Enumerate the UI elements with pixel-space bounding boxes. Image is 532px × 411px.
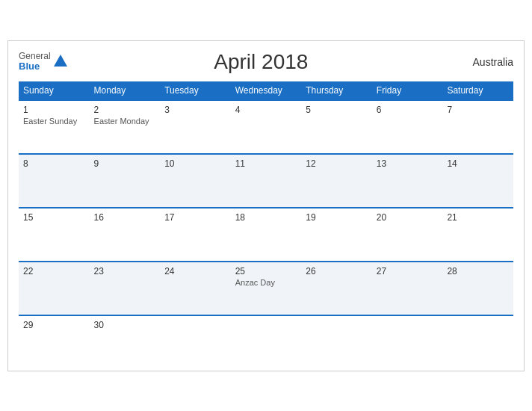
calendar-day-cell [372, 315, 443, 360]
day-number: 14 [447, 158, 509, 169]
calendar-container: General Blue April 2018 Australia Sunday… [7, 40, 525, 371]
calendar-day-cell: 5 [301, 100, 372, 154]
calendar-day-cell: 8 [19, 154, 90, 208]
svg-marker-0 [54, 55, 67, 67]
calendar-day-cell: 20 [372, 208, 443, 262]
day-number: 13 [377, 158, 439, 169]
calendar-week-row: 15161718192021 [19, 208, 513, 262]
calendar-day-cell: 13 [372, 154, 443, 208]
calendar-day-cell: 10 [160, 154, 231, 208]
calendar-table: Sunday Monday Tuesday Wednesday Thursday… [19, 81, 513, 360]
calendar-day-cell [301, 315, 372, 360]
logo-icon [52, 53, 69, 69]
day-number: 21 [447, 212, 509, 223]
calendar-week-row: 2930 [19, 315, 513, 360]
day-number: 18 [235, 212, 297, 223]
weekday-header-row: Sunday Monday Tuesday Wednesday Thursday… [19, 81, 513, 100]
holiday-label: Easter Sunday [23, 117, 85, 126]
calendar-day-cell: 25Anzac Day [231, 262, 302, 315]
day-number: 30 [94, 320, 156, 330]
calendar-day-cell: 15 [19, 208, 90, 262]
calendar-day-cell: 6 [372, 100, 443, 154]
col-friday: Friday [372, 81, 443, 100]
logo-general-text: General [19, 52, 51, 61]
logo: General Blue [19, 52, 69, 72]
calendar-country: Australia [454, 56, 513, 68]
day-number: 4 [235, 105, 297, 115]
day-number: 23 [94, 266, 156, 276]
calendar-week-row: 22232425Anzac Day262728 [19, 262, 513, 315]
day-number: 22 [23, 266, 85, 276]
day-number: 29 [23, 320, 85, 330]
holiday-label: Anzac Day [235, 278, 297, 287]
calendar-day-cell: 21 [442, 208, 513, 262]
day-number: 10 [164, 158, 226, 169]
calendar-day-cell [442, 315, 513, 360]
calendar-day-cell: 24 [160, 262, 231, 315]
calendar-day-cell: 30 [90, 315, 161, 360]
calendar-day-cell: 1Easter Sunday [19, 100, 90, 154]
day-number: 1 [23, 105, 85, 115]
day-number: 6 [377, 105, 439, 115]
col-sunday: Sunday [19, 81, 90, 100]
day-number: 19 [306, 212, 368, 223]
day-number: 8 [23, 158, 85, 169]
calendar-day-cell: 28 [442, 262, 513, 315]
day-number: 3 [164, 105, 226, 115]
day-number: 16 [94, 212, 156, 223]
day-number: 20 [377, 212, 439, 223]
logo-blue-text: Blue [19, 61, 51, 72]
calendar-day-cell: 12 [301, 154, 372, 208]
calendar-day-cell: 7 [442, 100, 513, 154]
calendar-day-cell: 19 [301, 208, 372, 262]
calendar-day-cell: 16 [90, 208, 161, 262]
calendar-day-cell: 3 [160, 100, 231, 154]
calendar-day-cell: 9 [90, 154, 161, 208]
calendar-day-cell: 22 [19, 262, 90, 315]
day-number: 28 [447, 266, 509, 276]
calendar-day-cell: 23 [90, 262, 161, 315]
day-number: 17 [164, 212, 226, 223]
calendar-day-cell [160, 315, 231, 360]
calendar-week-row: 1Easter Sunday2Easter Monday34567 [19, 100, 513, 154]
col-tuesday: Tuesday [160, 81, 231, 100]
calendar-day-cell: 4 [231, 100, 302, 154]
calendar-day-cell: 2Easter Monday [90, 100, 161, 154]
day-number: 9 [94, 158, 156, 169]
calendar-day-cell: 27 [372, 262, 443, 315]
day-number: 26 [306, 266, 368, 276]
calendar-title: April 2018 [69, 50, 454, 74]
day-number: 5 [306, 105, 368, 115]
col-wednesday: Wednesday [231, 81, 302, 100]
calendar-day-cell: 26 [301, 262, 372, 315]
calendar-week-row: 891011121314 [19, 154, 513, 208]
day-number: 11 [235, 158, 297, 169]
day-number: 27 [377, 266, 439, 276]
col-monday: Monday [90, 81, 161, 100]
calendar-header: General Blue April 2018 Australia [19, 50, 513, 74]
calendar-day-cell: 29 [19, 315, 90, 360]
day-number: 25 [235, 266, 297, 276]
calendar-day-cell: 17 [160, 208, 231, 262]
calendar-day-cell [231, 315, 302, 360]
calendar-day-cell: 18 [231, 208, 302, 262]
day-number: 24 [164, 266, 226, 276]
calendar-day-cell: 14 [442, 154, 513, 208]
col-thursday: Thursday [301, 81, 372, 100]
day-number: 2 [94, 105, 156, 115]
day-number: 7 [447, 105, 509, 115]
calendar-day-cell: 11 [231, 154, 302, 208]
day-number: 15 [23, 212, 85, 223]
day-number: 12 [306, 158, 368, 169]
col-saturday: Saturday [442, 81, 513, 100]
holiday-label: Easter Monday [94, 117, 156, 126]
